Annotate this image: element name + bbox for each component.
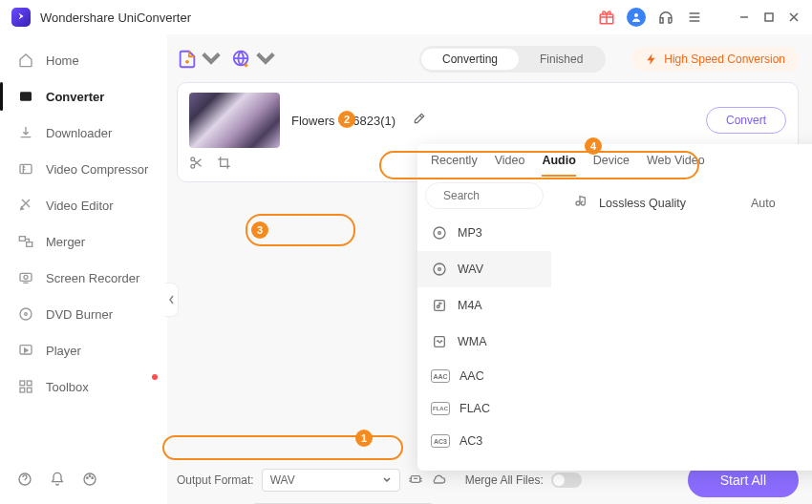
- sidebar-item-merger[interactable]: Merger: [0, 223, 167, 260]
- tab-recently[interactable]: Recently: [431, 154, 478, 177]
- merge-label: Merge All Files:: [465, 473, 544, 487]
- svg-rect-6: [27, 242, 32, 247]
- svg-point-10: [25, 313, 28, 316]
- svg-rect-3: [20, 92, 32, 100]
- svg-point-1: [634, 13, 638, 17]
- tab-finished[interactable]: Finished: [519, 49, 604, 70]
- sidebar-item-compressor[interactable]: Video Compressor: [0, 151, 167, 187]
- popup-tabs: Recently Video Audio Device Web Video: [417, 144, 812, 177]
- svg-point-8: [24, 275, 28, 279]
- format-wma[interactable]: WMA: [417, 324, 551, 360]
- format-m4a[interactable]: M4A: [417, 287, 551, 324]
- disc-icon: [431, 224, 448, 242]
- quality-auto: Auto: [751, 197, 776, 210]
- home-icon: [17, 52, 34, 69]
- format-search[interactable]: [425, 182, 544, 209]
- cloud-icon[interactable]: [431, 472, 446, 490]
- format-wav[interactable]: WAV: [417, 251, 551, 287]
- flac-icon: FLAC: [431, 402, 450, 415]
- maximize-button[interactable]: [762, 10, 776, 24]
- annotation-badge-1: 1: [355, 430, 373, 447]
- converter-icon: [17, 88, 34, 105]
- trim-icon[interactable]: [189, 156, 203, 174]
- sidebar-item-label: Home: [46, 53, 79, 68]
- dvd-icon: [17, 305, 34, 323]
- svg-rect-4: [20, 164, 32, 173]
- file-thumbnail[interactable]: [189, 93, 280, 148]
- sidebar-item-dvd[interactable]: DVD Burner: [0, 296, 167, 332]
- svg-point-25: [434, 227, 445, 239]
- tab-webvideo[interactable]: Web Video: [647, 154, 705, 177]
- format-list: MP3 WAV M4A WMA AACAAC FLACFLAC AC3AC3: [417, 177, 551, 471]
- music-icon: [572, 194, 588, 212]
- annotation-badge-4: 4: [585, 137, 602, 155]
- format-mp3[interactable]: MP3: [417, 215, 551, 251]
- gpu-icon[interactable]: [408, 472, 423, 490]
- crop-icon[interactable]: [217, 156, 231, 174]
- recorder-icon: [17, 269, 34, 286]
- ac3-icon: AC3: [431, 434, 450, 448]
- tab-video[interactable]: Video: [495, 154, 525, 177]
- main-panel: Converting Finished High Speed Conversio…: [167, 34, 812, 504]
- disc-icon: [431, 261, 448, 278]
- output-format-select[interactable]: WAV: [262, 469, 400, 492]
- format-popup: Recently Video Audio Device Web Video MP…: [417, 144, 812, 471]
- svg-rect-12: [20, 381, 25, 386]
- titlebar: Wondershare UniConverter: [0, 0, 812, 34]
- sidebar-collapse-handle[interactable]: [165, 283, 179, 317]
- add-file-button[interactable]: [177, 49, 222, 70]
- rename-icon[interactable]: [413, 112, 426, 129]
- sidebar-item-recorder[interactable]: Screen Recorder: [0, 260, 167, 296]
- merger-icon: [17, 233, 34, 250]
- search-input[interactable]: [443, 189, 551, 202]
- format-aac[interactable]: AACAAC: [417, 360, 551, 392]
- sidebar-item-label: Merger: [46, 235, 85, 249]
- format-ac3[interactable]: AC3AC3: [417, 425, 551, 457]
- help-icon[interactable]: [17, 472, 32, 491]
- annotation-badge-2: 2: [338, 111, 355, 128]
- status-tabs: Converting Finished: [419, 46, 606, 73]
- merge-toggle[interactable]: [551, 472, 582, 488]
- toolbar: Converting Finished High Speed Conversio…: [177, 46, 799, 73]
- sidebar-item-player[interactable]: Player: [0, 332, 167, 368]
- sidebar-item-toolbox[interactable]: Toolbox: [0, 368, 167, 405]
- aac-icon: AAC: [431, 369, 450, 383]
- high-speed-toggle[interactable]: High Speed Conversion: [631, 47, 799, 72]
- avatar-icon[interactable]: [627, 8, 646, 27]
- menu-icon[interactable]: [686, 9, 703, 26]
- format-flac[interactable]: FLACFLAC: [417, 392, 551, 425]
- svg-rect-7: [20, 273, 32, 281]
- output-format-label: Output Format:: [177, 473, 254, 487]
- minimize-button[interactable]: [737, 10, 751, 24]
- player-icon: [17, 342, 34, 359]
- tab-device[interactable]: Device: [593, 154, 630, 177]
- quality-lossless[interactable]: Lossless Quality Auto: [563, 186, 812, 220]
- sidebar-item-editor[interactable]: Video Editor: [0, 187, 167, 223]
- palette-icon[interactable]: [82, 472, 97, 491]
- sidebar-item-converter[interactable]: Converter: [0, 78, 167, 115]
- sidebar-item-label: DVD Burner: [46, 307, 113, 322]
- svg-rect-5: [19, 237, 25, 242]
- sidebar-item-label: Downloader: [46, 126, 112, 140]
- tab-audio[interactable]: Audio: [542, 154, 575, 177]
- chevron-down-icon: [382, 475, 392, 485]
- gift-icon[interactable]: [598, 9, 615, 26]
- bell-icon[interactable]: [50, 472, 65, 491]
- svg-point-18: [87, 477, 88, 478]
- sidebar: Home Converter Downloader Video Compress…: [0, 34, 167, 504]
- headset-icon[interactable]: [657, 9, 674, 26]
- wave-icon: [431, 333, 448, 350]
- output-format-value: WAV: [270, 473, 295, 487]
- tab-converting[interactable]: Converting: [421, 49, 519, 70]
- notification-dot: [152, 374, 158, 380]
- close-button[interactable]: [787, 10, 801, 24]
- sidebar-item-home[interactable]: Home: [0, 42, 167, 78]
- svg-rect-15: [27, 388, 32, 392]
- sidebar-item-label: Video Compressor: [46, 162, 148, 177]
- sidebar-item-downloader[interactable]: Downloader: [0, 115, 167, 151]
- add-url-button[interactable]: [231, 49, 276, 70]
- convert-button[interactable]: Convert: [706, 107, 786, 134]
- svg-point-9: [20, 308, 32, 320]
- svg-point-28: [438, 268, 441, 271]
- high-speed-label: High Speed Conversion: [664, 52, 785, 66]
